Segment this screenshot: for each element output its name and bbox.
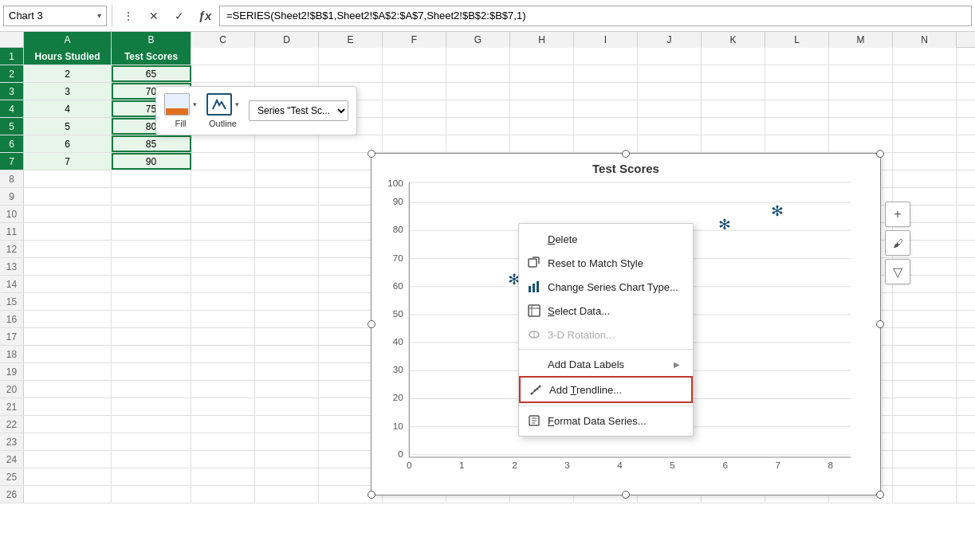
cell-l6[interactable] [765,135,829,152]
cell-n17[interactable] [893,328,957,345]
cell-a16[interactable] [24,311,112,327]
cell-d17[interactable] [255,328,319,345]
cell-g1[interactable] [446,48,510,65]
col-header-c[interactable]: C [191,32,255,48]
cell-n22[interactable] [893,416,957,433]
cell-a2[interactable]: 2 [24,65,112,82]
cell-n2[interactable] [893,65,957,82]
menu-item-change-type[interactable]: Change Series Chart Type... [519,275,693,299]
cell-h1[interactable] [510,48,574,65]
cell-c6[interactable] [191,135,255,152]
cell-a26[interactable] [24,486,112,503]
cell-a12[interactable] [24,241,112,257]
cell-b14[interactable] [112,276,191,292]
cell-n25[interactable] [893,468,957,485]
cell-c12[interactable] [191,241,255,257]
cell-c20[interactable] [191,381,255,397]
cell-d9[interactable] [255,188,319,205]
chart-filters-button[interactable]: ▽ [885,259,910,284]
cell-n4[interactable] [893,100,957,117]
cancel-button[interactable]: ✕ [143,5,165,27]
cell-b26[interactable] [112,486,191,503]
cell-d18[interactable] [255,346,319,362]
cell-n7[interactable] [893,153,957,170]
cell-a14[interactable] [24,276,112,292]
cell-d12[interactable] [255,241,319,257]
cell-j5[interactable] [638,118,702,135]
cell-g2[interactable] [446,65,510,82]
cell-d19[interactable] [255,363,319,380]
cell-b12[interactable] [112,241,191,257]
cell-b25[interactable] [112,468,191,485]
cell-b2[interactable]: 65 [112,65,191,82]
cell-j4[interactable] [638,100,702,117]
confirm-button[interactable]: ✓ [168,5,191,27]
cell-b16[interactable] [112,311,191,327]
fill-button[interactable] [164,93,190,116]
formula-input[interactable]: =SERIES(Sheet2!$B$1,Sheet2!$A$2:$A$7,She… [219,6,972,26]
menu-item-add-trendline[interactable]: Add Trendline... [519,376,693,403]
cell-g6[interactable] [446,135,510,152]
cell-b19[interactable] [112,363,191,380]
menu-item-format-series[interactable]: Format Data Series... [519,409,693,433]
data-point-5[interactable]: ✻ [718,217,731,233]
cell-j6[interactable] [638,135,702,152]
col-header-k[interactable]: K [702,32,765,48]
cell-c11[interactable] [191,223,255,240]
cell-a13[interactable] [24,258,112,275]
col-header-m[interactable]: M [829,32,893,48]
cell-a15[interactable] [24,293,112,310]
cell-c10[interactable] [191,206,255,222]
cell-m5[interactable] [829,118,893,135]
cell-n15[interactable] [893,293,957,310]
cell-b20[interactable] [112,381,191,397]
col-header-h[interactable]: H [510,32,574,48]
menu-item-select-data[interactable]: Select Data... [519,299,693,323]
cell-j2[interactable] [638,65,702,82]
cell-b10[interactable] [112,206,191,222]
cell-e1[interactable] [319,48,383,65]
cell-n1[interactable] [893,48,957,65]
series-dropdown[interactable]: Series "Test Sc... [249,100,348,121]
cell-b7[interactable]: 90 [112,153,191,170]
cell-d16[interactable] [255,311,319,327]
cell-d20[interactable] [255,381,319,397]
outline-button[interactable] [206,93,232,116]
cell-c26[interactable] [191,486,255,503]
cell-l2[interactable] [765,65,829,82]
cell-h4[interactable] [510,100,574,117]
cell-a22[interactable] [24,416,112,433]
cell-a25[interactable] [24,468,112,485]
col-header-e[interactable]: E [319,32,383,48]
cell-l1[interactable] [765,48,829,65]
cell-k5[interactable] [702,118,765,135]
cell-c8[interactable] [191,170,255,187]
cell-b6[interactable]: 85 [112,135,191,152]
cell-d2[interactable] [255,65,319,82]
cell-d10[interactable] [255,206,319,222]
cell-g5[interactable] [446,118,510,135]
cell-c13[interactable] [191,258,255,275]
cell-b23[interactable] [112,433,191,450]
cell-n16[interactable] [893,311,957,327]
cell-f5[interactable] [383,118,446,135]
cell-a7[interactable]: 7 [24,153,112,170]
cell-b15[interactable] [112,293,191,310]
cell-c21[interactable] [191,398,255,415]
cell-m1[interactable] [829,48,893,65]
cell-a5[interactable]: 5 [24,118,112,135]
cell-k4[interactable] [702,100,765,117]
chart-styles-button[interactable]: 🖌 [885,230,910,256]
cell-a18[interactable] [24,346,112,362]
menu-item-delete[interactable]: Delete [519,227,693,251]
cell-k2[interactable] [702,65,765,82]
cell-i5[interactable] [574,118,638,135]
cell-f2[interactable] [383,65,446,82]
outline-dropdown-arrow[interactable]: ▾ [235,100,239,108]
cell-d13[interactable] [255,258,319,275]
cell-i1[interactable] [574,48,638,65]
cell-n24[interactable] [893,451,957,468]
col-header-d[interactable]: D [255,32,319,48]
cell-n5[interactable] [893,118,957,135]
cell-f4[interactable] [383,100,446,117]
